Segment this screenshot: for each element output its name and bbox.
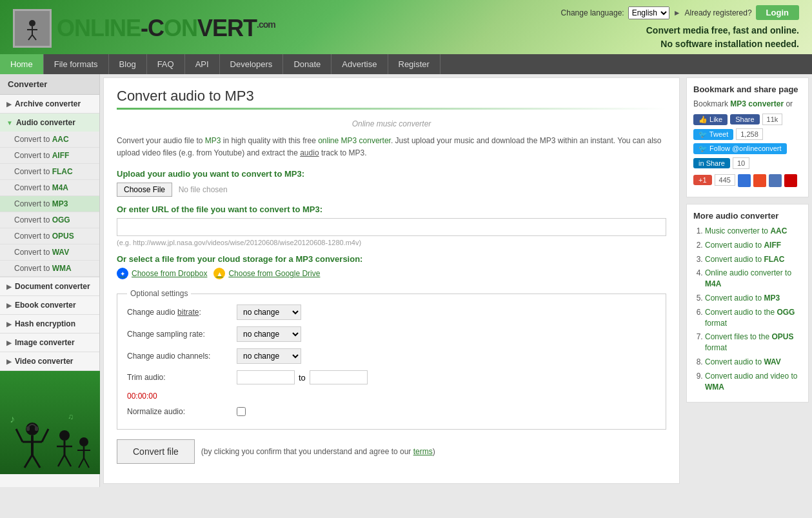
sidebar-item-aac[interactable]: Convert to AAC [0,132,99,148]
sidebar-section-image-header[interactable]: ▶ Image converter [0,334,99,352]
nav-faq[interactable]: FAQ [147,54,185,74]
sidebar-hash-label: Hash encryption [15,319,75,328]
lang-go-icon[interactable]: ► [673,8,681,17]
more-audio-link-6[interactable]: Convert audio to the OGG format [705,308,795,328]
sidebar-item-mp3[interactable]: Convert to MP3 [0,196,99,212]
nav-file-formats[interactable]: File formats [44,54,109,74]
normalize-checkbox[interactable] [237,407,246,416]
trim-time-display: 00:00:00 [127,391,656,401]
more-audio-link-7[interactable]: Convert files to the OPUS format [705,332,793,352]
channels-select[interactable]: no change mono stereo [237,348,301,364]
svg-point-6 [21,464,44,471]
sidebar-item-opus[interactable]: Convert to OPUS [0,228,99,244]
sidebar-section-audio-header[interactable]: ▼ Audio converter [0,114,99,132]
title-underline [117,108,666,110]
cloud-section: Or select a file from your cloud storage… [117,254,666,279]
digg-icon[interactable] [769,174,782,187]
sidebar-item-flac[interactable]: Convert to FLAC [0,164,99,180]
sidebar: Converter ▶ Archive converter ▼ Audio co… [0,74,100,487]
convert-btn-row: Convert file (by clicking you confirm th… [117,439,666,464]
url-example: (e.g. http://www.jpl.nasa.gov/videos/wis… [117,239,666,246]
trim-inputs: to [237,370,368,384]
right-sidebar: Bookmark and share page Bookmark MP3 con… [683,74,812,487]
sidebar-item-wma[interactable]: Convert to WMA [0,261,99,277]
list-item: Convert audio to WAV [705,357,802,368]
convert-file-button[interactable]: Convert file [117,439,195,464]
lang-label: Change language: [561,8,624,17]
delicious-icon[interactable] [738,174,751,187]
linkedin-share-button[interactable]: in Share [693,158,730,168]
nav-blog[interactable]: Blog [109,54,147,74]
svg-text:♫: ♫ [68,412,74,421]
list-item: Convert audio and video to WMA [705,371,802,393]
sidebar-section-video-header[interactable]: ▶ Video converter [0,352,99,370]
terms-link[interactable]: terms [413,447,433,456]
other-share-icons [738,174,797,187]
svg-point-19 [79,437,88,446]
stumbleupon-icon[interactable] [753,174,766,187]
more-audio-link-4[interactable]: Online audio converter to M4A [705,268,791,288]
sidebar-item-m4a[interactable]: Convert to M4A [0,180,99,196]
googleplus-button[interactable]: +1 [693,175,712,185]
reddit-icon[interactable] [784,174,797,187]
nav-advertise[interactable]: Advertise [332,54,388,74]
sidebar-section-document: ▶ Document converter [0,277,99,296]
trim-start-input[interactable] [237,370,295,384]
url-input[interactable] [117,218,666,236]
sidebar-item-ogg[interactable]: Convert to OGG [0,212,99,228]
choose-file-button[interactable]: Choose File [117,183,172,197]
nav-api[interactable]: API [185,54,220,74]
bitrate-select[interactable]: no change 64 kbps 128 kbps 192 kbps 256 … [237,304,301,320]
sidebar-section-hash-header[interactable]: ▶ Hash encryption [0,315,99,333]
sidebar-section-ebook-header[interactable]: ▶ Ebook converter [0,296,99,314]
trim-row: Trim audio: to [127,370,656,384]
facebook-share-button[interactable]: Share [730,114,759,125]
nav-developers[interactable]: Developers [220,54,284,74]
description-text: Convert your audio file to MP3 in high q… [117,135,666,159]
googleplus-count: 445 [715,174,735,186]
tagline: Convert media free, fast and online. No … [561,24,799,51]
nav-donate[interactable]: Donate [283,54,332,74]
svg-text:♪: ♪ [10,413,15,424]
dropbox-button[interactable]: ✦ Choose from Dropbox [117,268,207,279]
sidebar-section-archive: ▶ Archive converter [0,95,99,114]
logo-text: ONLINE-CONVERT.com [57,15,275,42]
twitter-tweet-button[interactable]: 🐦 Tweet [693,129,733,140]
more-audio-link-5[interactable]: Convert audio to MP3 [705,294,780,303]
sidebar-item-wav[interactable]: Convert to WAV [0,244,99,261]
upload-label: Upload your audio you want to convert to… [117,169,666,179]
more-audio-link-1[interactable]: Music converter to AAC [705,226,787,235]
facebook-count: 11k [762,114,783,125]
mp3-converter-link[interactable]: MP3 converter [730,99,784,108]
twitter-follow-button[interactable]: 🐦 Follow @onlineconvert [693,143,787,154]
login-button[interactable]: Login [756,5,799,20]
mp3-link-2[interactable]: online MP3 converter [318,136,391,145]
trim-label: Trim audio: [127,373,230,382]
more-audio-link-8[interactable]: Convert audio to WAV [705,357,781,366]
more-audio-link-2[interactable]: Convert audio to AIFF [705,241,781,250]
lang-select[interactable]: English [628,6,669,19]
mp3-link-1[interactable]: MP3 [205,136,221,145]
upload-section: Upload your audio you want to convert to… [117,169,666,197]
sampling-label: Change sampling rate: [127,330,230,339]
twitter-follow-row: 🐦 Follow @onlineconvert [693,143,802,154]
nav-register[interactable]: Register [388,54,441,74]
normalize-label: Normalize audio: [127,407,230,416]
bookmark-sub: Bookmark MP3 converter or [693,99,802,108]
more-audio-section: More audio converter Music converter to … [686,204,809,403]
sidebar-section-audio: ▼ Audio converter Convert to AAC Convert… [0,114,99,277]
more-audio-link-9[interactable]: Convert audio and video to WMA [705,372,797,392]
page-title: Convert audio to MP3 [117,88,666,105]
nav-home[interactable]: Home [0,54,44,74]
sidebar-item-aiff[interactable]: Convert to AIFF [0,148,99,164]
more-audio-link-3[interactable]: Convert audio to FLAC [705,255,784,264]
facebook-like-button[interactable]: 👍 Like [693,114,728,125]
main-content: Convert audio to MP3 Online music conver… [103,77,680,484]
sampling-select[interactable]: no change 22050 Hz 44100 Hz 48000 Hz [237,326,301,342]
gdrive-button[interactable]: ▲ Choose from Google Drive [213,268,320,279]
sidebar-section-archive-header[interactable]: ▶ Archive converter [0,95,99,113]
sidebar-section-document-header[interactable]: ▶ Document converter [0,277,99,295]
trim-end-input[interactable] [310,370,368,384]
list-item: Convert files to the OPUS format [705,332,802,354]
sidebar-archive-arrow: ▶ [6,101,12,108]
